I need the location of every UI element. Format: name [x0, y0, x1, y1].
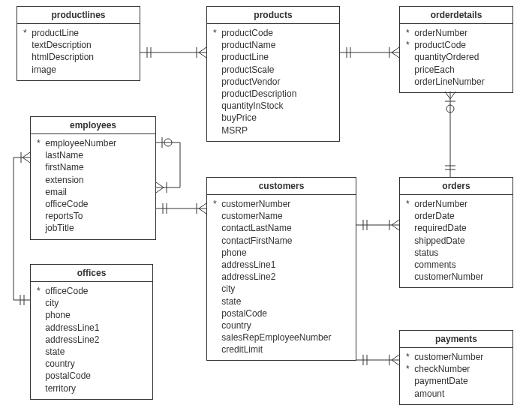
svg-line-11 [392, 52, 399, 58]
entity-fields-employees: * employeeNumber lastName firstName exte… [31, 134, 155, 239]
svg-line-4 [199, 47, 206, 52]
svg-point-15 [446, 105, 454, 112]
entity-orders: orders * orderNumber orderDate requiredD… [399, 177, 513, 288]
entity-field: * employeeNumber [37, 137, 149, 149]
entity-employees: employees * employeeNumber lastName firs… [30, 116, 156, 240]
entity-fields-orderdetails: * orderNumber* productCode quantityOrder… [400, 24, 512, 92]
entity-field: extension [37, 174, 149, 186]
entity-field: country [37, 358, 146, 370]
entity-title: orders [400, 178, 512, 195]
entity-field: * officeCode [37, 285, 146, 297]
entity-field: image [23, 64, 134, 76]
entity-field: postalCode [213, 308, 350, 320]
entity-field: shippedDate [406, 235, 506, 247]
entity-field: firstName [37, 161, 149, 173]
entity-field: amount [406, 388, 506, 400]
entity-title: payments [400, 331, 512, 348]
entity-payments: payments * customerNumber* checkNumber p… [399, 330, 513, 405]
entity-field: city [213, 283, 350, 295]
entity-field: quantityInStock [213, 100, 333, 112]
entity-field: buyPrice [213, 112, 333, 124]
entity-title: customers [207, 178, 356, 195]
svg-line-46 [23, 158, 30, 163]
entity-field: addressLine1 [37, 322, 146, 334]
svg-line-45 [23, 152, 30, 158]
entity-field: territory [37, 382, 146, 394]
entity-field: productDescription [213, 88, 333, 100]
entity-title: employees [31, 117, 155, 134]
entity-field: textDescription [23, 39, 134, 51]
entity-field: lastName [37, 149, 149, 161]
entity-field: phone [37, 309, 146, 321]
entity-field: addressLine2 [213, 271, 350, 283]
entity-orderdetails: orderdetails * orderNumber* productCode … [399, 6, 513, 93]
svg-line-36 [199, 208, 206, 214]
svg-line-5 [199, 52, 206, 58]
entity-field: MSRP [213, 124, 333, 136]
entity-customers: customers * customerNumber customerName … [206, 177, 356, 361]
entity-field: state [213, 296, 350, 308]
entity-field: status [406, 247, 506, 259]
entity-field: paymentDate [406, 375, 506, 387]
entity-fields-offices: * officeCode city phone addressLine1 add… [31, 282, 152, 399]
entity-field: productLine [213, 51, 333, 63]
entity-field: addressLine1 [213, 259, 350, 271]
entity-field: * orderNumber [406, 27, 506, 39]
entity-field: * productLine [23, 27, 134, 39]
entity-field: orderLineNumber [406, 76, 506, 88]
entity-fields-productlines: * productLine textDescription htmlDescri… [17, 24, 140, 80]
entity-field: * orderNumber [406, 198, 506, 210]
entity-field: productScale [213, 64, 333, 76]
svg-line-10 [392, 47, 399, 52]
svg-line-30 [392, 360, 399, 365]
entity-title: productlines [17, 7, 140, 24]
entity-field: email [37, 186, 149, 198]
entity-field: htmlDescription [23, 51, 134, 63]
entity-productlines: productlines * productLine textDescripti… [17, 6, 140, 81]
entity-field: * productCode [213, 27, 333, 39]
entity-field: salesRepEmployeeNumber [213, 332, 350, 344]
entity-field: requiredDate [406, 222, 506, 234]
entity-field: phone [213, 247, 350, 259]
entity-field: creditLimit [213, 344, 350, 356]
entity-field: customerNumber [406, 271, 506, 283]
entity-field: customerName [213, 210, 350, 222]
entity-fields-products: * productCode productName productLine pr… [207, 24, 339, 141]
entity-field: * checkNumber [406, 363, 506, 375]
entity-field: productName [213, 39, 333, 51]
svg-line-41 [156, 188, 164, 193]
entity-field: addressLine2 [37, 334, 146, 346]
entity-field: officeCode [37, 198, 149, 210]
entity-field: * customerNumber [406, 351, 506, 363]
entity-title: orderdetails [400, 7, 512, 24]
svg-line-23 [392, 220, 399, 225]
entity-field: country [213, 320, 350, 332]
entity-field: jobTitle [37, 222, 149, 234]
entity-field: comments [406, 259, 506, 271]
entity-field: productVendor [213, 76, 333, 88]
svg-line-24 [392, 225, 399, 230]
entity-field: contactLastName [213, 222, 350, 234]
entity-field: quantityOrdered [406, 51, 506, 63]
svg-line-35 [199, 203, 206, 208]
entity-field: * customerNumber [213, 198, 350, 210]
svg-line-40 [156, 182, 164, 188]
entity-field: contactFirstName [213, 235, 350, 247]
entity-field: reportsTo [37, 210, 149, 222]
entity-field: orderDate [406, 210, 506, 222]
svg-point-38 [164, 139, 172, 146]
entity-fields-orders: * orderNumber orderDate requiredDate shi… [400, 195, 512, 287]
entity-title: products [207, 7, 339, 24]
entity-fields-customers: * customerNumber customerName contactLas… [207, 195, 356, 360]
entity-field: * productCode [406, 39, 506, 51]
entity-field: priceEach [406, 64, 506, 76]
entity-field: postalCode [37, 370, 146, 382]
svg-line-29 [392, 355, 399, 360]
entity-field: city [37, 297, 146, 309]
entity-field: state [37, 346, 146, 358]
entity-products: products * productCode productName produ… [206, 6, 340, 142]
entity-title: offices [31, 265, 152, 282]
entity-offices: offices * officeCode city phone addressL… [30, 264, 153, 400]
entity-fields-payments: * customerNumber* checkNumber paymentDat… [400, 348, 512, 404]
